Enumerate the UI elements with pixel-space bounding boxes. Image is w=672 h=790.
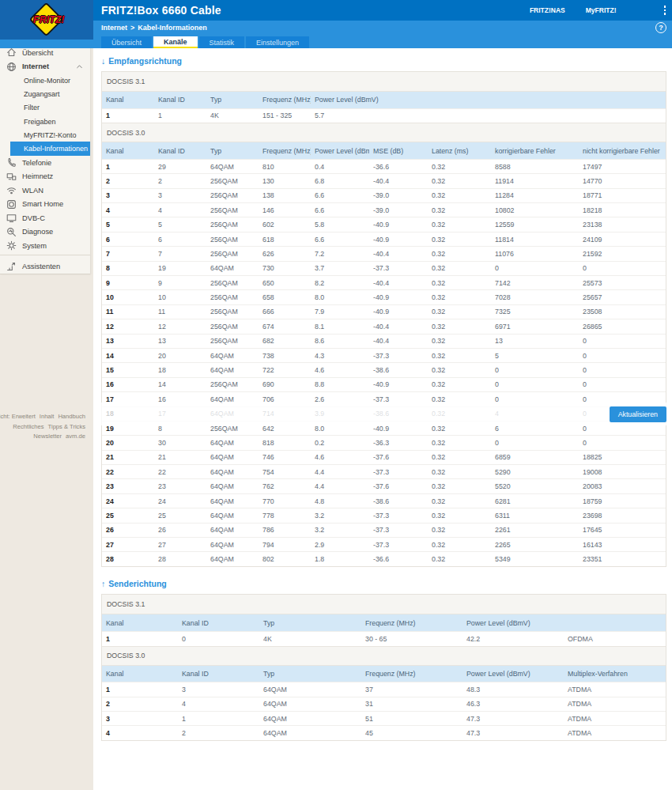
column-header: Typ bbox=[206, 92, 259, 108]
sidebar-item-telefonie[interactable]: Telefonie bbox=[0, 156, 90, 170]
phone-icon bbox=[6, 157, 17, 168]
sidebar-item-filter[interactable]: Filter bbox=[0, 101, 90, 115]
table-row: 212164QAM7464.6-37.60.32685918825 bbox=[102, 450, 666, 464]
tab-uebersicht[interactable]: Übersicht bbox=[101, 36, 152, 48]
column-header: Frequenz (MHz) bbox=[259, 92, 311, 108]
table-row: 142064QAM7384.3-37.30.3250 bbox=[102, 348, 666, 362]
sidebar-menu: Übersicht Internet Online-Monitor Zugang… bbox=[0, 43, 90, 274]
top-header: FRITZ!Box 6660 Cable FRITZ!NAS MyFRITZ! bbox=[0, 0, 672, 21]
tab-statistik[interactable]: Statistik bbox=[199, 36, 245, 48]
breadcrumb: Internet > Kabel-Informationen bbox=[101, 24, 207, 32]
devices-icon bbox=[6, 172, 17, 182]
column-header: Power Level (dBmV) bbox=[462, 666, 564, 682]
column-header: Kanal ID bbox=[178, 666, 259, 682]
sidebar: Übersicht Internet Online-Monitor Zugang… bbox=[0, 40, 93, 790]
table-row: 222264QAM7544.4-37.30.32529019008 bbox=[102, 465, 666, 479]
breadcrumb-separator: > bbox=[130, 24, 134, 32]
table-row: 55256QAM6025.8-40.90.321255923138 bbox=[102, 217, 666, 232]
table-row: 1313256QAM6828.6-40.40.32130 bbox=[102, 334, 666, 348]
legal-link[interactable]: Rechtliches bbox=[13, 422, 43, 433]
column-header: Typ bbox=[259, 614, 361, 631]
manual-link[interactable]: Handbuch bbox=[58, 412, 85, 422]
downstream-tables: DOCSIS 3.1 KanalKanal IDTypFrequenz (MHz… bbox=[101, 71, 666, 567]
column-header: nicht korrigierbare Fehler bbox=[579, 142, 666, 159]
sidebar-item-heimnetz[interactable]: Heimnetz bbox=[0, 169, 90, 183]
sidebar-item-kabel-informationen[interactable]: Kabel-Informationen bbox=[10, 142, 90, 155]
avm-link[interactable]: avm.de bbox=[66, 432, 85, 442]
table-row: 282864QAM8021.8-36.60.32534923351 bbox=[102, 552, 666, 566]
upstream-tables: DOCSIS 3.1 KanalKanal IDTypFrequenz (MHz… bbox=[101, 594, 666, 741]
device-title: FRITZ!Box 6660 Cable bbox=[101, 4, 221, 17]
table-row: 81964QAM7303.7-37.30.3200 bbox=[102, 261, 666, 275]
sidebar-item-internet[interactable]: Internet bbox=[0, 60, 90, 74]
sidebar-item-assistenten[interactable]: Assistenten bbox=[0, 259, 90, 274]
table-row: 22256QAM1306.8-40.40.321191414770 bbox=[102, 174, 666, 188]
table-row: 1614256QAM6908.8-40.90.3200 bbox=[102, 377, 666, 391]
table-row: 1111256QAM6667.9-40.90.32732523508 bbox=[102, 304, 666, 319]
tab-bar: Übersicht Kanäle Statistik Einstellungen bbox=[101, 36, 309, 48]
column-header: Power Level (dBmV) bbox=[311, 92, 666, 108]
newsletter-link[interactable]: Newsletter bbox=[33, 432, 62, 442]
column-header: Multiplex-Verfahren bbox=[564, 666, 666, 682]
table-row: 114K151 - 3255.7 bbox=[102, 108, 666, 123]
wifi-icon bbox=[6, 185, 17, 195]
table-row: 1212256QAM6748.1-40.40.32697126865 bbox=[102, 319, 666, 334]
fritzbox-admin-page: FRITZ!Box 6660 Cable FRITZ!NAS MyFRITZ! … bbox=[0, 0, 672, 790]
table-row: 4264QAM4547.3ATDMA bbox=[102, 726, 666, 740]
tips-link[interactable]: Tipps & Tricks bbox=[48, 422, 85, 433]
smart-home-icon bbox=[6, 199, 17, 210]
diagnose-icon bbox=[6, 227, 17, 237]
sidebar-item-diagnose[interactable]: Diagnose bbox=[0, 225, 90, 239]
logo-text: FRITZ! bbox=[27, 14, 71, 25]
column-header: Frequenz (MHz) bbox=[361, 614, 462, 631]
upstream-heading: ↑ Senderichtung bbox=[101, 579, 666, 588]
header-links: FRITZ!NAS MyFRITZ! bbox=[530, 0, 672, 21]
downstream-docsis30-table: KanalKanal IDTypFrequenz (MHz)Power Leve… bbox=[102, 142, 666, 566]
table-row: 99256QAM6508.2-40.40.32714225573 bbox=[102, 276, 666, 290]
fritz-logo[interactable]: FRITZ! bbox=[0, 0, 93, 40]
table-row: 33256QAM1386.6-39.00.321128418771 bbox=[102, 188, 666, 202]
sidebar-footer: Ansicht: Erweitert Inhalt Handbuch Recht… bbox=[0, 412, 89, 442]
tab-kanaele[interactable]: Kanäle bbox=[153, 36, 198, 48]
fritznas-link[interactable]: FRITZ!NAS bbox=[530, 6, 565, 14]
arrow-down-icon: ↓ bbox=[101, 56, 105, 66]
kebab-menu-icon[interactable] bbox=[664, 6, 666, 15]
sidebar-item-zugangsart[interactable]: Zugangsart bbox=[0, 87, 90, 100]
column-header: Kanal ID bbox=[178, 614, 259, 631]
sidebar-item-system[interactable]: System bbox=[0, 239, 90, 253]
docsis30-section-label: DOCSIS 3.0 bbox=[102, 646, 666, 666]
sidebar-item-freigaben[interactable]: Freigaben bbox=[0, 115, 90, 128]
column-header: Kanal bbox=[102, 614, 178, 631]
sidebar-item-myfritz-konto[interactable]: MyFRITZ!-Konto bbox=[0, 128, 90, 142]
myfritz-link[interactable]: MyFRITZ! bbox=[586, 6, 617, 14]
help-icon[interactable]: ? bbox=[655, 22, 666, 33]
table-row: 262664QAM7863.2-37.30.32226117645 bbox=[102, 523, 666, 537]
column-header bbox=[564, 614, 666, 631]
downstream-heading: ↓ Empfangsrichtung bbox=[101, 56, 666, 66]
breadcrumb-page: Kabel-Informationen bbox=[138, 24, 207, 32]
chevron-up-icon[interactable] bbox=[76, 63, 83, 70]
sidebar-item-online-monitor[interactable]: Online-Monitor bbox=[0, 74, 90, 87]
view-mode-link[interactable]: Ansicht: Erweitert bbox=[0, 412, 36, 422]
table-row: 104K30 - 6542.2OFDMA bbox=[102, 631, 666, 645]
sub-header-bar: Internet > Kabel-Informationen ? Übersic… bbox=[0, 21, 672, 48]
sidebar-item-wlan[interactable]: WLAN bbox=[0, 183, 90, 198]
table-row: 203064QAM8180.2-36.30.3200 bbox=[102, 436, 666, 450]
table-row: 1010256QAM6588.0-40.90.32702825657 bbox=[102, 290, 666, 304]
column-header: MSE (dB) bbox=[369, 142, 428, 159]
sidebar-item-dvb-c[interactable]: DVB-C bbox=[0, 211, 90, 225]
column-header: Latenz (ms) bbox=[428, 142, 491, 159]
sidebar-item-smart-home[interactable]: Smart Home bbox=[0, 197, 90, 211]
tab-einstellungen[interactable]: Einstellungen bbox=[246, 36, 309, 48]
column-header: Kanal bbox=[102, 92, 154, 108]
table-row: 1364QAM3748.3ATDMA bbox=[102, 682, 666, 697]
content-link[interactable]: Inhalt bbox=[40, 412, 55, 422]
column-header: Typ bbox=[206, 142, 259, 159]
column-header: korrigierbare Fehler bbox=[491, 142, 579, 159]
refresh-button[interactable]: Aktualisieren bbox=[610, 406, 666, 422]
breadcrumb-section[interactable]: Internet bbox=[101, 24, 127, 32]
column-header: Kanal bbox=[102, 142, 154, 159]
column-header: Power Level (dBmV) bbox=[311, 142, 369, 159]
column-header: Frequenz (MHz) bbox=[361, 666, 462, 682]
table-row: 3164QAM5147.3ATDMA bbox=[102, 712, 666, 726]
